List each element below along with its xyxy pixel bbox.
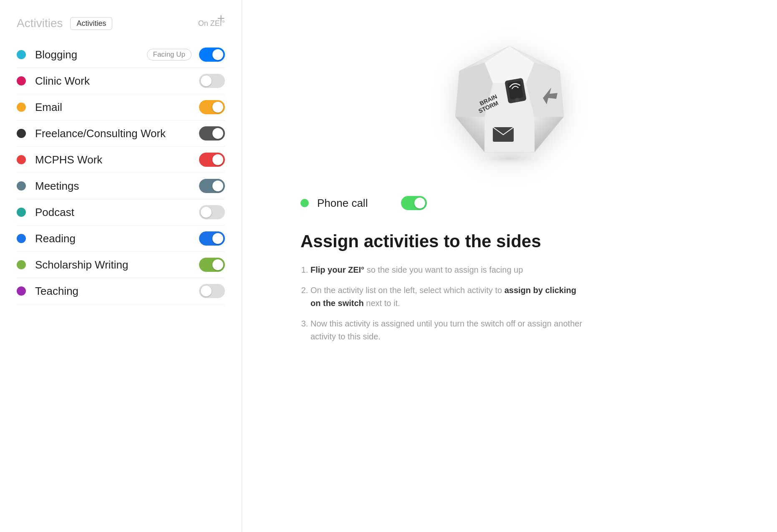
- activity-row-podcast: Podcast: [17, 199, 225, 226]
- activity-name-reading: Reading: [35, 232, 199, 245]
- activity-dot-meetings: [17, 181, 26, 191]
- activities-badge: Activities: [70, 17, 112, 30]
- activity-name-mcphs: MCPHS Work: [35, 153, 199, 166]
- toggle-teaching[interactable]: [199, 284, 225, 298]
- toggle-email[interactable]: [199, 100, 225, 114]
- activity-dot-mcphs: [17, 155, 26, 164]
- dice-envelope-icon: [493, 127, 514, 142]
- zei-image-container: BRAIN STORM: [430, 25, 589, 183]
- toggle-scholarship[interactable]: [199, 258, 225, 272]
- right-panel: BRAIN STORM Phone call: [242, 0, 777, 532]
- instructions-list: Flip your ZEI° so the side you want to a…: [300, 263, 584, 343]
- toggle-clinic-work[interactable]: [199, 74, 225, 88]
- activity-dot-freelance: [17, 129, 26, 138]
- activity-row-scholarship: Scholarship Writing: [17, 252, 225, 278]
- activity-row-blogging: BloggingFacing Up: [17, 42, 225, 68]
- dice-top-face: [484, 46, 535, 83]
- phone-call-toggle-slider: [401, 196, 427, 210]
- activity-name-clinic-work: Clinic Work: [35, 75, 199, 88]
- toggle-reading[interactable]: [199, 231, 225, 246]
- facing-up-badge-blogging: Facing Up: [147, 49, 192, 60]
- toggle-slider-podcast: [199, 205, 225, 219]
- activity-name-blogging: Blogging: [35, 48, 147, 61]
- activity-name-teaching: Teaching: [35, 285, 199, 298]
- instruction-step-3: Now this activity is assigned until you …: [310, 317, 584, 343]
- activity-row-mcphs: MCPHS Work: [17, 147, 225, 173]
- toggle-freelance[interactable]: [199, 126, 225, 141]
- activity-name-email: Email: [35, 101, 199, 114]
- activity-row-email: Email: [17, 94, 225, 120]
- toggle-slider-email: [199, 100, 225, 114]
- phone-call-toggle[interactable]: [401, 196, 427, 210]
- phone-call-row: Phone call: [300, 196, 427, 210]
- activities-section-label: Activities: [17, 17, 63, 30]
- dice-phone-icon: [505, 78, 527, 104]
- activity-name-scholarship: Scholarship Writing: [35, 258, 199, 271]
- activity-list: BloggingFacing UpClinic WorkEmailFreelan…: [17, 42, 225, 304]
- activity-row-teaching: Teaching: [17, 278, 225, 304]
- activity-row-meetings: Meetings: [17, 173, 225, 199]
- activity-dot-scholarship: [17, 260, 26, 269]
- activity-name-freelance: Freelance/Consulting Work: [35, 127, 199, 140]
- toggle-blogging[interactable]: [199, 48, 225, 62]
- phone-call-dot: [300, 199, 309, 207]
- toggle-podcast[interactable]: [199, 205, 225, 219]
- step2-bold: assign by clicking on the switch: [310, 286, 576, 308]
- instructions-container: Assign activities to the sides Flip your…: [300, 231, 584, 343]
- toggle-slider-reading: [199, 231, 225, 246]
- activity-row-clinic-work: Clinic Work: [17, 68, 225, 94]
- activity-dot-clinic-work: [17, 76, 26, 85]
- instruction-step-2: On the activity list on the left, select…: [310, 284, 584, 310]
- toggle-slider-teaching: [199, 284, 225, 298]
- toggle-slider-meetings: [199, 179, 225, 193]
- toggle-slider-mcphs: [199, 153, 225, 167]
- toggle-slider-clinic-work: [199, 74, 225, 88]
- add-button[interactable]: +: [217, 12, 225, 25]
- phone-call-label: Phone call: [317, 197, 368, 210]
- dice-shadow: [468, 151, 551, 166]
- toggle-slider-scholarship: [199, 258, 225, 272]
- header-row: Activities Activities On ZEI°: [17, 17, 225, 30]
- zei-dice-image: BRAIN STORM: [443, 38, 576, 171]
- activity-dot-email: [17, 103, 26, 112]
- instructions-title: Assign activities to the sides: [300, 231, 584, 252]
- activity-dot-podcast: [17, 208, 26, 217]
- toggle-slider-blogging: [199, 48, 225, 62]
- step1-bold: Flip your ZEI°: [310, 265, 364, 274]
- activity-dot-reading: [17, 234, 26, 243]
- activity-dot-blogging: [17, 50, 26, 59]
- activity-row-reading: Reading: [17, 226, 225, 252]
- activity-name-podcast: Podcast: [35, 206, 199, 219]
- toggle-meetings[interactable]: [199, 179, 225, 193]
- toggle-mcphs[interactable]: [199, 153, 225, 167]
- toggle-slider-freelance: [199, 126, 225, 141]
- left-panel: + Activities Activities On ZEI° Blogging…: [0, 0, 242, 532]
- instruction-step-1: Flip your ZEI° so the side you want to a…: [310, 263, 584, 276]
- activity-row-freelance: Freelance/Consulting Work: [17, 120, 225, 147]
- activity-name-meetings: Meetings: [35, 180, 199, 193]
- activity-dot-teaching: [17, 286, 26, 296]
